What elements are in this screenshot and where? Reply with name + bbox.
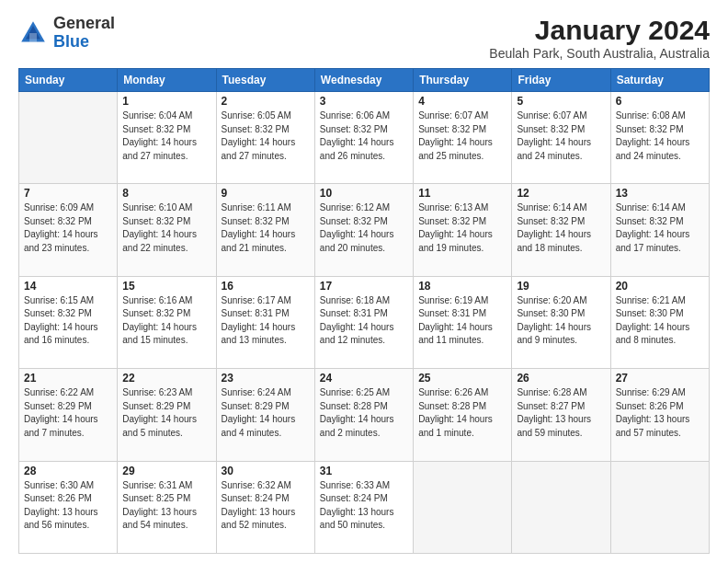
- day-info: Sunrise: 6:23 AM Sunset: 8:29 PM Dayligh…: [122, 386, 210, 440]
- day-info: Sunrise: 6:07 AM Sunset: 8:32 PM Dayligh…: [517, 109, 605, 163]
- day-number: 31: [320, 465, 408, 477]
- calendar-cell: 5Sunrise: 6:07 AM Sunset: 8:32 PM Daylig…: [512, 92, 610, 184]
- day-number: 5: [517, 95, 605, 108]
- day-info: Sunrise: 6:33 AM Sunset: 8:24 PM Dayligh…: [320, 479, 408, 533]
- calendar-cell: 20Sunrise: 6:21 AM Sunset: 8:30 PM Dayli…: [610, 276, 709, 368]
- day-info: Sunrise: 6:32 AM Sunset: 8:24 PM Dayligh…: [222, 479, 310, 533]
- day-number: 9: [222, 187, 310, 200]
- day-info: Sunrise: 6:11 AM Sunset: 8:32 PM Dayligh…: [222, 201, 310, 255]
- day-number: 27: [616, 372, 704, 385]
- day-info: Sunrise: 6:10 AM Sunset: 8:32 PM Dayligh…: [122, 201, 210, 255]
- calendar-cell: 22Sunrise: 6:23 AM Sunset: 8:29 PM Dayli…: [118, 369, 216, 461]
- logo-text: General Blue: [53, 15, 115, 52]
- day-info: Sunrise: 6:05 AM Sunset: 8:32 PM Dayligh…: [222, 109, 310, 163]
- day-info: Sunrise: 6:22 AM Sunset: 8:29 PM Dayligh…: [24, 386, 112, 440]
- day-info: Sunrise: 6:31 AM Sunset: 8:25 PM Dayligh…: [122, 479, 210, 533]
- day-info: Sunrise: 6:20 AM Sunset: 8:30 PM Dayligh…: [517, 294, 605, 348]
- calendar-cell: 26Sunrise: 6:28 AM Sunset: 8:27 PM Dayli…: [512, 369, 610, 461]
- calendar-cell: 31Sunrise: 6:33 AM Sunset: 8:24 PM Dayli…: [314, 461, 413, 553]
- day-number: 25: [418, 372, 506, 385]
- day-info: Sunrise: 6:15 AM Sunset: 8:32 PM Dayligh…: [24, 294, 112, 348]
- day-info: Sunrise: 6:29 AM Sunset: 8:26 PM Dayligh…: [616, 386, 704, 440]
- day-number: 12: [517, 187, 605, 200]
- header: General Blue January 2024 Beulah Park, S…: [18, 15, 710, 61]
- calendar-table: SundayMondayTuesdayWednesdayThursdayFrid…: [18, 68, 710, 554]
- logo-blue: Blue: [53, 32, 89, 51]
- day-info: Sunrise: 6:16 AM Sunset: 8:32 PM Dayligh…: [122, 294, 210, 348]
- day-number: 26: [517, 372, 605, 385]
- logo-icon: [18, 18, 48, 48]
- day-info: Sunrise: 6:14 AM Sunset: 8:32 PM Dayligh…: [616, 201, 704, 255]
- calendar-cell: 21Sunrise: 6:22 AM Sunset: 8:29 PM Dayli…: [19, 369, 118, 461]
- calendar-cell: 29Sunrise: 6:31 AM Sunset: 8:25 PM Dayli…: [118, 461, 216, 553]
- day-number: 10: [320, 187, 408, 200]
- calendar-cell: 3Sunrise: 6:06 AM Sunset: 8:32 PM Daylig…: [314, 92, 413, 184]
- day-number: 11: [418, 187, 506, 200]
- day-info: Sunrise: 6:04 AM Sunset: 8:32 PM Dayligh…: [122, 109, 210, 163]
- day-info: Sunrise: 6:25 AM Sunset: 8:28 PM Dayligh…: [320, 386, 408, 440]
- day-number: 7: [24, 187, 112, 200]
- calendar-cell: 11Sunrise: 6:13 AM Sunset: 8:32 PM Dayli…: [414, 184, 512, 276]
- day-info: Sunrise: 6:28 AM Sunset: 8:27 PM Dayligh…: [517, 386, 605, 440]
- day-info: Sunrise: 6:17 AM Sunset: 8:31 PM Dayligh…: [222, 294, 310, 348]
- day-number: 16: [222, 280, 310, 293]
- day-number: 24: [320, 372, 408, 385]
- day-number: 22: [122, 372, 210, 385]
- calendar-cell: 4Sunrise: 6:07 AM Sunset: 8:32 PM Daylig…: [414, 92, 512, 184]
- day-info: Sunrise: 6:24 AM Sunset: 8:29 PM Dayligh…: [222, 386, 310, 440]
- day-number: 3: [320, 95, 408, 108]
- calendar-cell: 23Sunrise: 6:24 AM Sunset: 8:29 PM Dayli…: [216, 369, 314, 461]
- weekday-header-monday: Monday: [118, 69, 216, 92]
- day-number: 17: [320, 280, 408, 293]
- day-info: Sunrise: 6:12 AM Sunset: 8:32 PM Dayligh…: [320, 201, 408, 255]
- day-number: 29: [122, 465, 210, 477]
- month-title: January 2024: [489, 15, 710, 46]
- day-number: 13: [616, 187, 704, 200]
- week-row-4: 21Sunrise: 6:22 AM Sunset: 8:29 PM Dayli…: [19, 369, 710, 461]
- weekday-header-wednesday: Wednesday: [314, 69, 413, 92]
- day-number: 4: [418, 95, 506, 108]
- day-number: 30: [222, 465, 310, 477]
- weekday-header-sunday: Sunday: [19, 69, 118, 92]
- logo-general: General: [53, 14, 115, 32]
- weekday-header-row: SundayMondayTuesdayWednesdayThursdayFrid…: [19, 69, 710, 92]
- day-number: 21: [24, 372, 112, 385]
- page: General Blue January 2024 Beulah Park, S…: [0, 0, 728, 563]
- calendar-cell: 18Sunrise: 6:19 AM Sunset: 8:31 PM Dayli…: [414, 276, 512, 368]
- calendar-cell: 25Sunrise: 6:26 AM Sunset: 8:28 PM Dayli…: [414, 369, 512, 461]
- day-number: 23: [222, 372, 310, 385]
- day-info: Sunrise: 6:09 AM Sunset: 8:32 PM Dayligh…: [24, 201, 112, 255]
- calendar-cell: 16Sunrise: 6:17 AM Sunset: 8:31 PM Dayli…: [216, 276, 314, 368]
- day-info: Sunrise: 6:07 AM Sunset: 8:32 PM Dayligh…: [418, 109, 506, 163]
- calendar-cell: 14Sunrise: 6:15 AM Sunset: 8:32 PM Dayli…: [19, 276, 118, 368]
- week-row-3: 14Sunrise: 6:15 AM Sunset: 8:32 PM Dayli…: [19, 276, 710, 368]
- day-info: Sunrise: 6:06 AM Sunset: 8:32 PM Dayligh…: [320, 109, 408, 163]
- calendar-cell: 27Sunrise: 6:29 AM Sunset: 8:26 PM Dayli…: [610, 369, 709, 461]
- week-row-2: 7Sunrise: 6:09 AM Sunset: 8:32 PM Daylig…: [19, 184, 710, 276]
- day-info: Sunrise: 6:18 AM Sunset: 8:31 PM Dayligh…: [320, 294, 408, 348]
- svg-rect-2: [29, 33, 37, 42]
- day-number: 14: [24, 280, 112, 293]
- week-row-1: 1Sunrise: 6:04 AM Sunset: 8:32 PM Daylig…: [19, 92, 710, 184]
- calendar-cell: 9Sunrise: 6:11 AM Sunset: 8:32 PM Daylig…: [216, 184, 314, 276]
- calendar-cell: [19, 92, 118, 184]
- day-info: Sunrise: 6:14 AM Sunset: 8:32 PM Dayligh…: [517, 201, 605, 255]
- day-info: Sunrise: 6:26 AM Sunset: 8:28 PM Dayligh…: [418, 386, 506, 440]
- day-number: 15: [122, 280, 210, 293]
- day-info: Sunrise: 6:08 AM Sunset: 8:32 PM Dayligh…: [616, 109, 704, 163]
- day-number: 19: [517, 280, 605, 293]
- week-row-5: 28Sunrise: 6:30 AM Sunset: 8:26 PM Dayli…: [19, 461, 710, 553]
- day-info: Sunrise: 6:21 AM Sunset: 8:30 PM Dayligh…: [616, 294, 704, 348]
- location-subtitle: Beulah Park, South Australia, Australia: [489, 46, 710, 61]
- day-number: 28: [24, 465, 112, 477]
- day-info: Sunrise: 6:19 AM Sunset: 8:31 PM Dayligh…: [418, 294, 506, 348]
- calendar-cell: 13Sunrise: 6:14 AM Sunset: 8:32 PM Dayli…: [610, 184, 709, 276]
- weekday-header-thursday: Thursday: [414, 69, 512, 92]
- calendar-cell: 30Sunrise: 6:32 AM Sunset: 8:24 PM Dayli…: [216, 461, 314, 553]
- calendar-cell: [414, 461, 512, 553]
- calendar-cell: [512, 461, 610, 553]
- weekday-header-saturday: Saturday: [610, 69, 709, 92]
- calendar-cell: 10Sunrise: 6:12 AM Sunset: 8:32 PM Dayli…: [314, 184, 413, 276]
- day-number: 6: [616, 95, 704, 108]
- calendar-cell: 2Sunrise: 6:05 AM Sunset: 8:32 PM Daylig…: [216, 92, 314, 184]
